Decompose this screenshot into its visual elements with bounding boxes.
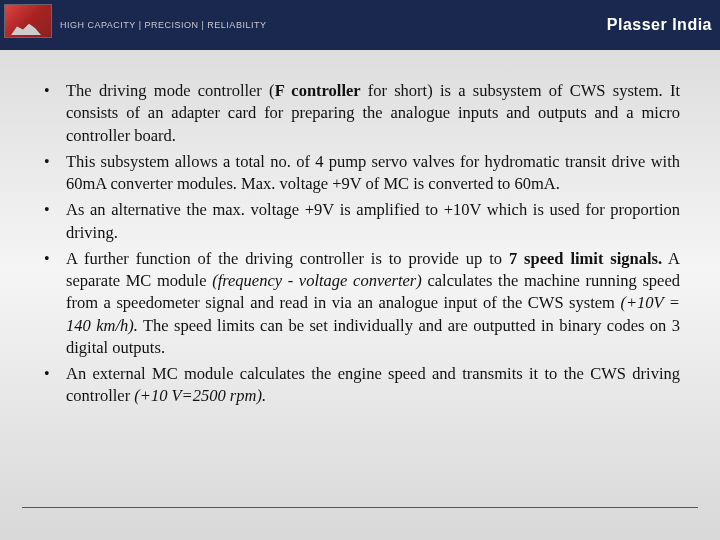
list-item: An external MC module calculates the eng…: [40, 363, 680, 408]
tagline-text: HIGH CAPACITY | PRECISION | RELIABILITY: [60, 20, 607, 30]
text-bold: F controller: [275, 81, 368, 100]
text-run: The speed limits can be set individually…: [66, 316, 680, 357]
footer-divider: [22, 507, 698, 508]
logo-icon: [4, 4, 52, 38]
text-run: The driving mode controller (: [66, 81, 275, 100]
slide-body: The driving mode controller (F controlle…: [0, 50, 720, 432]
slide-header: HIGH CAPACITY | PRECISION | RELIABILITY …: [0, 0, 720, 50]
text-bold: 7 speed limit signals.: [509, 249, 662, 268]
text-run: A further function of the driving contro…: [66, 249, 509, 268]
list-item: A further function of the driving contro…: [40, 248, 680, 359]
list-item: This subsystem allows a total no. of 4 p…: [40, 151, 680, 196]
list-item: The driving mode controller (F controlle…: [40, 80, 680, 147]
text-italic: (+10 V=2500 rpm).: [134, 386, 266, 405]
bullet-list: The driving mode controller (F controlle…: [40, 80, 680, 408]
brand-text: Plasser India: [607, 16, 712, 34]
text-run: This subsystem allows a total no. of 4 p…: [66, 152, 680, 193]
text-italic: (frequency - voltage converter): [212, 271, 422, 290]
list-item: As an alternative the max. voltage +9V i…: [40, 199, 680, 244]
text-run: As an alternative the max. voltage +9V i…: [66, 200, 680, 241]
